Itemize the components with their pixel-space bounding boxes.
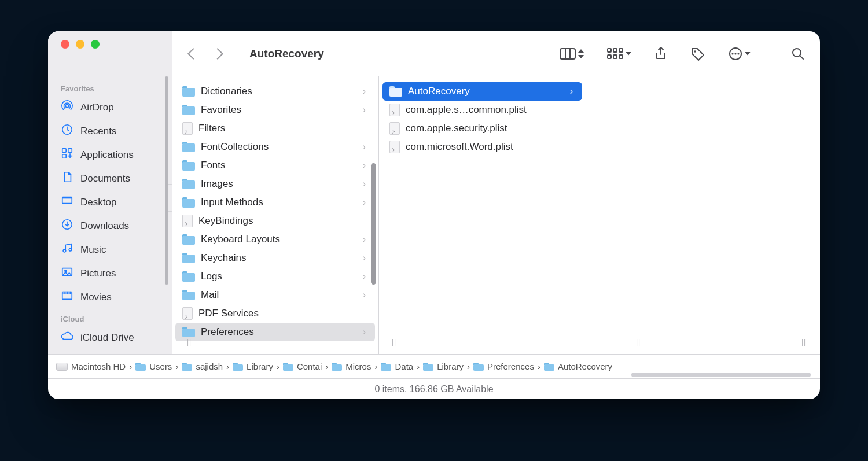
- column-scrollbar[interactable]: [371, 163, 376, 285]
- folder-icon: [423, 363, 433, 371]
- folder-icon: [182, 142, 195, 152]
- path-crumb[interactable]: Data: [381, 362, 413, 371]
- folder-icon: [182, 290, 195, 300]
- path-bar: Macintosh HD›Users›sajidsh›Library›Conta…: [48, 354, 820, 378]
- sidebar-item-airdrop[interactable]: AirDrop: [48, 95, 172, 119]
- item-label: AutoRecovery: [408, 86, 564, 97]
- folder-row-fontcollections[interactable]: FontCollections›: [175, 138, 375, 156]
- status-bar: 0 items, 166.86 GB Available: [48, 378, 820, 399]
- sidebar-section-header: Locations: [48, 349, 172, 354]
- file-icon: [389, 141, 400, 153]
- sidebar-item-downloads[interactable]: Downloads: [48, 214, 172, 238]
- sidebar-item-label: iCloud Drive: [80, 332, 134, 344]
- sidebar-item-applications[interactable]: Applications: [48, 143, 172, 167]
- sidebar-item-label: Music: [80, 244, 106, 256]
- path-crumb[interactable]: Library: [233, 362, 273, 371]
- path-crumb[interactable]: Micros: [332, 362, 371, 371]
- folder-row-favorites[interactable]: Favorites›: [175, 101, 375, 119]
- sidebar-item-movies[interactable]: Movies: [48, 285, 172, 309]
- sidebar-scrollbar[interactable]: [165, 76, 168, 285]
- folder-row-images[interactable]: Images›: [175, 175, 375, 193]
- sidebar-item-desktop[interactable]: Desktop: [48, 190, 172, 214]
- chevron-right-icon: ›: [363, 160, 366, 171]
- folder-icon: [182, 86, 195, 97]
- folder-icon: [182, 363, 192, 371]
- file-row-com-microsoft-word-plist[interactable]: com.microsoft.Word.plist: [382, 138, 582, 156]
- chevron-right-icon: ›: [363, 253, 366, 263]
- column-2: AutoRecovery›com.apple.s…common.plistcom…: [379, 76, 586, 354]
- folder-icon: [332, 363, 342, 371]
- path-crumb[interactable]: Preferences: [473, 362, 534, 371]
- group-by-button[interactable]: [607, 48, 631, 60]
- path-label: Micros: [345, 362, 371, 371]
- folder-icon: [182, 179, 195, 189]
- more-actions-button[interactable]: [729, 47, 751, 61]
- chevron-right-icon: ›: [363, 327, 366, 337]
- forward-button[interactable]: [212, 48, 223, 60]
- sidebar-item-pictures[interactable]: Pictures: [48, 261, 172, 285]
- folder-row-keychains[interactable]: Keychains›: [175, 249, 375, 267]
- folder-row-dictionaries[interactable]: Dictionaries›: [175, 82, 375, 101]
- status-text: 0 items, 166.86 GB Available: [374, 384, 493, 394]
- path-crumb[interactable]: Users: [135, 362, 172, 371]
- folder-icon: [389, 86, 402, 97]
- folder-row-input-methods[interactable]: Input Methods›: [175, 193, 375, 212]
- folder-icon: [135, 363, 146, 371]
- path-crumb[interactable]: sajidsh: [182, 362, 223, 371]
- folder-icon: [381, 363, 391, 371]
- file-icon: [182, 215, 193, 227]
- file-icon: [389, 122, 400, 135]
- column-resize-handle[interactable]: ||: [187, 338, 197, 348]
- movies-icon: [61, 289, 73, 305]
- column-resize-handle[interactable]: ||: [801, 338, 812, 348]
- sidebar-item-label: Downloads: [80, 220, 129, 232]
- sidebar: FavoritesAirDropRecentsApplicationsDocum…: [48, 76, 172, 354]
- sidebar-item-recents[interactable]: Recents: [48, 119, 172, 143]
- svg-rect-22: [62, 197, 72, 199]
- path-crumb[interactable]: Macintosh HD: [56, 362, 126, 371]
- share-button[interactable]: [654, 46, 667, 61]
- folder-row-autorecovery[interactable]: AutoRecovery›: [382, 82, 582, 101]
- chevron-right-icon: ›: [226, 362, 229, 371]
- search-button[interactable]: [791, 47, 805, 61]
- folder-row-logs[interactable]: Logs›: [175, 267, 375, 286]
- chevron-right-icon: ›: [325, 362, 328, 371]
- folder-icon: [473, 363, 484, 371]
- zoom-window-button[interactable]: [91, 40, 100, 49]
- folder-row-keyboard-layouts[interactable]: Keyboard Layouts›: [175, 230, 375, 249]
- desktop-icon: [61, 194, 73, 210]
- back-button[interactable]: [187, 48, 199, 60]
- item-label: Input Methods: [201, 197, 357, 208]
- view-columns-button[interactable]: [560, 48, 584, 60]
- sidebar-item-documents[interactable]: Documents: [48, 167, 172, 190]
- column-resize-handle[interactable]: ||: [392, 338, 402, 348]
- path-crumb[interactable]: Contai: [283, 362, 322, 371]
- path-crumb[interactable]: AutoRecovery: [544, 362, 612, 371]
- close-window-button[interactable]: [61, 40, 69, 49]
- sidebar-item-label: Movies: [80, 292, 112, 303]
- file-row-keybindings[interactable]: KeyBindings: [175, 212, 375, 230]
- path-crumb[interactable]: Library: [423, 362, 464, 371]
- sidebar-item-label: Recents: [80, 126, 116, 137]
- file-row-com-apple-security-plist[interactable]: com.apple.security.plist: [382, 119, 582, 138]
- chevron-right-icon: ›: [363, 105, 366, 115]
- folder-row-preferences[interactable]: Preferences›: [175, 323, 375, 341]
- sidebar-item-music[interactable]: Music: [48, 238, 172, 261]
- item-label: com.microsoft.Word.plist: [406, 141, 573, 153]
- sidebar-item-label: AirDrop: [80, 102, 114, 113]
- file-row-filters[interactable]: Filters: [175, 119, 375, 138]
- item-label: PDF Services: [198, 308, 366, 319]
- sidebar-item-icloud-drive[interactable]: iCloud Drive: [48, 326, 172, 349]
- file-row-com-apple-s-common-plist[interactable]: com.apple.s…common.plist: [382, 101, 582, 119]
- column-resize-handle[interactable]: ||: [636, 338, 646, 348]
- minimize-window-button[interactable]: [76, 40, 84, 49]
- horizontal-scrollbar[interactable]: [631, 373, 811, 377]
- folder-row-fonts[interactable]: Fonts›: [175, 156, 375, 175]
- airdrop-icon: [61, 99, 73, 115]
- file-row-pdf-services[interactable]: PDF Services: [175, 304, 375, 323]
- music-icon: [61, 242, 73, 257]
- svg-rect-8: [619, 55, 623, 58]
- folder-row-mail[interactable]: Mail›: [175, 286, 375, 304]
- titlebar: AutoRecovery: [48, 31, 820, 76]
- tags-button[interactable]: [690, 47, 705, 61]
